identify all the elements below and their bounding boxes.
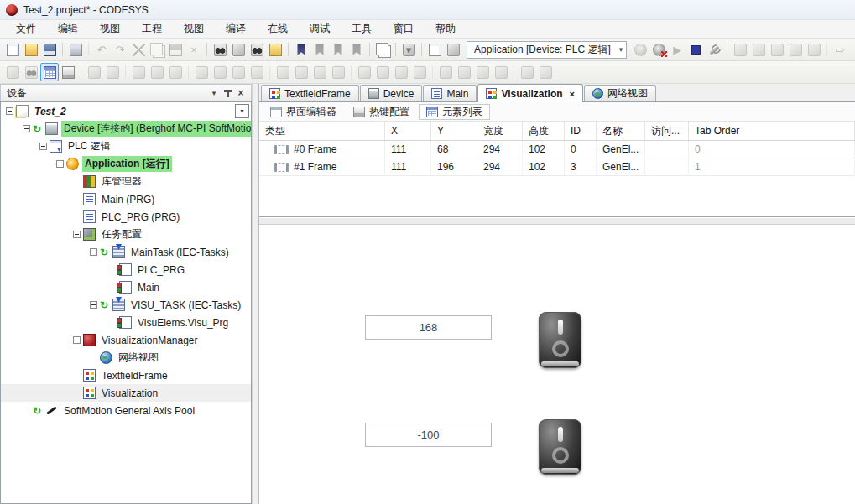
replace-button[interactable] (229, 40, 248, 59)
rocker-switch-2[interactable] (539, 419, 581, 475)
start-button[interactable]: ▶ (668, 40, 686, 59)
tree-item[interactable]: PLC 逻辑 (1, 138, 251, 155)
column-header[interactable]: Y (431, 122, 477, 140)
same-height-button[interactable] (292, 63, 310, 81)
grid-options-button[interactable]: ▾ (399, 40, 418, 59)
tree-item[interactable]: Visualization (1, 384, 251, 402)
tree-item[interactable]: 库管理器 (1, 173, 251, 190)
menu-item[interactable]: 工程 (131, 20, 173, 38)
tree-item[interactable]: Main (1, 278, 251, 296)
visu-textfield-1[interactable]: 168 (365, 315, 492, 340)
expand-collapse-icon[interactable] (90, 248, 97, 256)
document-tab[interactable]: Visualization × (477, 84, 583, 102)
column-header[interactable]: 高度 (523, 122, 565, 140)
menu-item[interactable]: 视图 (173, 20, 215, 38)
reset-button[interactable] (805, 40, 823, 59)
tree-item[interactable]: SoftMotion General Axis Pool (1, 402, 251, 419)
expand-collapse-icon[interactable] (6, 107, 13, 115)
visualization-frame-button[interactable] (103, 63, 122, 81)
align-bottom-button[interactable] (229, 63, 248, 81)
document-tab[interactable]: Main (423, 85, 477, 101)
visu-textfield-2[interactable]: -100 (365, 423, 492, 447)
toggle-bookmark-button[interactable] (292, 40, 310, 59)
send-to-back-button[interactable] (492, 63, 510, 81)
align-right-button[interactable] (166, 63, 185, 81)
rocker-switch-1[interactable] (539, 312, 581, 368)
properties-button[interactable] (373, 40, 392, 59)
tree-item[interactable]: Device [连接的] (Berghof MC-PI SoftMotion C (1, 120, 251, 138)
next-bookmark-button[interactable] (329, 40, 347, 59)
previous-bookmark-button[interactable] (310, 40, 329, 59)
monitoring-button[interactable] (444, 40, 462, 59)
open-project-button[interactable] (22, 40, 40, 59)
keyboard-usage-button[interactable] (59, 63, 77, 81)
tree-item[interactable]: Application [运行] (1, 155, 251, 173)
column-header[interactable]: 类型 (259, 122, 385, 140)
align-center-button[interactable] (148, 63, 166, 81)
new-project-button[interactable] (3, 40, 22, 59)
column-header[interactable]: Tab Order (689, 122, 855, 140)
size-to-grid-button[interactable] (329, 63, 347, 81)
visualization-mode-tab[interactable]: 界面编辑器 (263, 104, 344, 120)
menu-item[interactable]: 编辑 (47, 20, 89, 38)
tree-item[interactable]: Test_2 (1, 102, 251, 120)
tree-item[interactable]: VisualizationManager (1, 331, 251, 349)
find-objects-button[interactable] (248, 40, 266, 59)
table-row[interactable]: #0 Frame 111 68 294 102 0 GenEl... 0 (259, 141, 855, 158)
column-header[interactable]: ID (565, 122, 597, 140)
column-header[interactable]: X (385, 122, 431, 140)
column-header[interactable]: 宽度 (477, 122, 523, 140)
group-button[interactable] (518, 63, 536, 81)
tree-item[interactable]: VisuElems.Visu_Prg (1, 314, 251, 331)
menu-item[interactable]: 窗口 (383, 20, 425, 38)
delete-button[interactable]: × (185, 40, 203, 59)
column-header[interactable]: 名称 (597, 122, 645, 140)
undo-button[interactable]: ↶ (92, 40, 111, 59)
logout-button[interactable] (649, 40, 668, 59)
stop-button[interactable] (686, 40, 705, 59)
document-tab[interactable]: Device (360, 85, 423, 101)
align-middle-button[interactable] (211, 63, 229, 81)
print-button[interactable] (66, 40, 85, 59)
distribute-horizontally-button[interactable] (355, 63, 373, 81)
copy-button[interactable] (148, 40, 166, 59)
send-backward-button[interactable] (473, 63, 492, 81)
expand-collapse-icon[interactable] (73, 336, 81, 344)
tree-item[interactable]: Main (PRG) (1, 190, 251, 208)
clear-bookmarks-button[interactable] (347, 40, 366, 59)
save-project-button[interactable] (40, 40, 59, 59)
same-size-button[interactable] (310, 63, 329, 81)
column-header[interactable]: 访问... (645, 122, 689, 140)
tree-item[interactable]: VISU_TASK (IEC-Tasks) (1, 296, 251, 314)
run-to-cursor-button[interactable] (786, 40, 805, 59)
select-mode-button[interactable] (3, 63, 22, 81)
panel-splitter[interactable] (252, 84, 258, 504)
online-config-button[interactable] (705, 40, 723, 59)
table-canvas-splitter[interactable] (259, 217, 855, 225)
document-tab[interactable]: 网络视图 (584, 85, 656, 101)
ungroup-button[interactable] (536, 63, 555, 81)
menu-item[interactable]: 调试 (299, 20, 341, 38)
tab-close-icon[interactable]: × (570, 89, 575, 99)
menu-item[interactable]: 帮助 (425, 20, 467, 38)
paste-button[interactable] (166, 40, 185, 59)
align-top-button[interactable] (192, 63, 211, 81)
menu-item[interactable]: 工具 (341, 20, 383, 38)
login-button[interactable] (631, 40, 649, 59)
expand-collapse-icon[interactable] (56, 160, 64, 168)
bring-to-front-button[interactable] (436, 63, 455, 81)
find-button[interactable] (211, 40, 229, 59)
background-image-button[interactable] (248, 63, 266, 81)
tree-item[interactable]: MainTask (IEC-Tasks) (1, 243, 251, 261)
menu-item[interactable]: 编译 (215, 20, 257, 38)
panel-dropdown-button[interactable]: ▾ (207, 87, 221, 100)
bring-forward-button[interactable] (455, 63, 473, 81)
center-horizontally-button[interactable] (392, 63, 410, 81)
tree-item[interactable]: PLC_PRG (PRG) (1, 208, 251, 226)
expand-collapse-icon[interactable] (23, 125, 30, 132)
distribute-vertically-button[interactable] (373, 63, 392, 81)
table-row[interactable]: #1 Frame 111 196 294 102 3 GenEl... 1 (259, 158, 855, 176)
active-application-selector[interactable]: Application [Device: PLC 逻辑] ▾ (467, 41, 627, 59)
tree-item[interactable]: PLC_PRG (1, 261, 251, 278)
center-vertically-button[interactable] (410, 63, 429, 81)
